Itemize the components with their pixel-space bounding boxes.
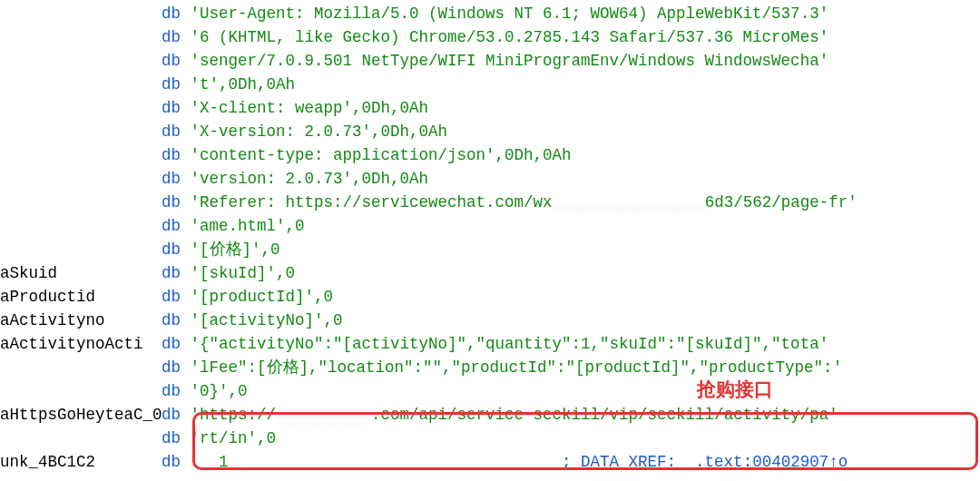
db-keyword: db <box>162 167 191 191</box>
string-literal: 't',0Dh,0Ah <box>191 73 296 96</box>
db-keyword: db <box>162 309 191 332</box>
code-row: db 'X-version: 2.0.73',0Dh,0Ah <box>0 120 980 143</box>
string-literal: '0}',0 <box>191 379 248 403</box>
row-label <box>0 238 162 261</box>
code-row: db 'Referer: https://servicewechat.com/w… <box>0 191 980 214</box>
db-keyword: db <box>162 356 191 379</box>
db-keyword: db <box>162 427 191 450</box>
code-row: db 't',0Dh,0Ah <box>0 73 980 96</box>
code-row: aProductiddb '[productId]',0 <box>0 285 980 309</box>
row-label <box>0 356 162 379</box>
db-keyword: db <box>162 261 191 285</box>
string-literal: 'rt/in',0 <box>191 427 277 450</box>
redacted-text: ________________ <box>553 191 705 214</box>
db-keyword: db <box>162 73 191 96</box>
row-label: unk_4BC1C2 <box>0 450 162 474</box>
row-label: aActivitynoActi <box>0 332 162 356</box>
row-label <box>0 191 162 214</box>
string-literal: 1 <box>191 450 229 474</box>
string-literal: 'version: 2.0.73',0Dh,0Ah <box>191 167 429 191</box>
row-label <box>0 427 162 450</box>
code-row: db 'rt/in',0 <box>0 427 980 450</box>
string-literal: '6 (KHTML, like Gecko) Chrome/53.0.2785.… <box>191 25 829 49</box>
string-literal: 'content-type: application/json',0Dh,0Ah <box>191 143 572 167</box>
db-keyword: db <box>162 285 191 309</box>
code-row: aActivitynodb '[activityNo]',0 <box>0 309 980 332</box>
redacted-text: __________ <box>276 403 371 427</box>
row-label <box>0 25 162 49</box>
row-label <box>0 120 162 143</box>
row-label <box>0 214 162 238</box>
db-keyword: db <box>162 2 191 25</box>
row-label: aHttpsGoHeyteaC_0 <box>0 403 162 427</box>
row-label <box>0 2 162 25</box>
xref-comment: ; DATA XREF: .text:00402907↑o <box>562 450 848 474</box>
string-literal: .com/api/service-seckill/vip/seckill/act… <box>371 403 838 427</box>
string-literal: 'X-client: weapp',0Dh,0Ah <box>191 96 429 120</box>
code-row: db '[价格]',0 <box>0 238 980 261</box>
code-row: db 'X-client: weapp',0Dh,0Ah <box>0 96 980 120</box>
string-literal: 6d3/562/page-fr' <box>705 191 858 214</box>
db-keyword: db <box>162 49 191 73</box>
db-keyword: db <box>162 379 191 403</box>
code-row: aHttpsGoHeyteaC_0db 'https://__________.… <box>0 403 980 427</box>
string-literal: '[价格]',0 <box>191 238 280 261</box>
row-label <box>0 167 162 191</box>
string-literal: 'senger/7.0.9.501 NetType/WIFI MiniProgr… <box>191 49 829 73</box>
db-keyword: db <box>162 25 191 49</box>
string-literal: '[skuId]',0 <box>191 261 296 285</box>
code-row: aActivitynoActidb '{"activityNo":"[activ… <box>0 332 980 356</box>
string-literal: 'https:// <box>191 403 277 427</box>
code-row: db 'content-type: application/json',0Dh,… <box>0 143 980 167</box>
code-row: db '6 (KHTML, like Gecko) Chrome/53.0.27… <box>0 25 980 49</box>
row-label <box>0 49 162 73</box>
string-literal: 'lFee":[价格],"location":"","productId":"[… <box>191 356 843 379</box>
db-keyword: db <box>162 120 191 143</box>
row-label <box>0 143 162 167</box>
row-label <box>0 73 162 96</box>
code-row: unk_4BC1C2db 1 ; DATA XREF: .text:004029… <box>0 450 980 474</box>
db-keyword: db <box>162 238 191 261</box>
code-row: aSkuiddb '[skuId]',0 <box>0 261 980 285</box>
row-label: aSkuid <box>0 261 162 285</box>
annotation-text: 抢购接口 <box>697 378 773 401</box>
db-keyword: db <box>162 143 191 167</box>
db-keyword: db <box>162 403 191 427</box>
string-literal: 'User-Agent: Mozilla/5.0 (Windows NT 6.1… <box>191 2 829 25</box>
db-keyword: db <box>162 191 191 214</box>
db-keyword: db <box>162 332 191 356</box>
code-row: db '0}',0 <box>0 379 980 403</box>
code-row: db 'User-Agent: Mozilla/5.0 (Windows NT … <box>0 2 980 25</box>
code-row: db 'ame.html',0 <box>0 214 980 238</box>
string-literal: '[productId]',0 <box>191 285 334 309</box>
row-label: aActivityno <box>0 309 162 332</box>
code-row: db 'lFee":[价格],"location":"","productId"… <box>0 356 980 379</box>
string-literal: 'X-version: 2.0.73',0Dh,0Ah <box>191 120 448 143</box>
string-literal: 'Referer: https://servicewechat.com/wx <box>191 191 553 214</box>
string-literal: '[activityNo]',0 <box>191 309 343 332</box>
string-literal: 'ame.html',0 <box>191 214 305 238</box>
row-label <box>0 379 162 403</box>
db-keyword: db <box>162 214 191 238</box>
string-literal: '{"activityNo":"[activityNo]","quantity"… <box>191 332 829 356</box>
db-keyword: db <box>162 96 191 120</box>
code-row: db 'senger/7.0.9.501 NetType/WIFI MiniPr… <box>0 49 980 73</box>
db-keyword: db <box>162 450 191 474</box>
row-label <box>0 96 162 120</box>
row-label: aProductid <box>0 285 162 309</box>
code-row: db 'version: 2.0.73',0Dh,0Ah <box>0 167 980 191</box>
